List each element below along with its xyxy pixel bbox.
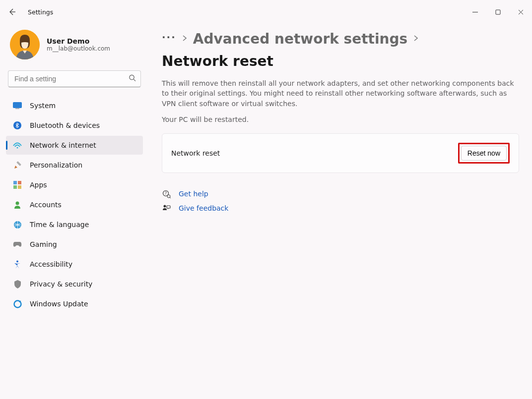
- sidebar-item-gaming[interactable]: Gaming: [6, 235, 143, 254]
- sidebar-item-update[interactable]: Windows Update: [6, 294, 143, 313]
- system-icon: [13, 101, 22, 110]
- minimize-button[interactable]: [464, 4, 486, 20]
- sidebar-item-privacy[interactable]: Privacy & security: [6, 275, 143, 293]
- avatar: [10, 30, 40, 59]
- search-wrap: [8, 70, 141, 87]
- svg-point-14: [16, 260, 18, 262]
- svg-rect-3: [13, 103, 22, 108]
- svg-rect-10: [13, 185, 17, 189]
- sidebar: User Demo m__lab@outlook.com System Bl: [0, 24, 149, 399]
- close-button[interactable]: [509, 4, 532, 20]
- sidebar-item-label: Time & language: [30, 221, 89, 228]
- personalization-icon: [13, 161, 22, 170]
- svg-rect-9: [18, 181, 21, 184]
- annotation-highlight: Reset now: [458, 143, 510, 164]
- feedback-icon: [162, 204, 171, 213]
- sidebar-item-label: Personalization: [30, 161, 82, 169]
- breadcrumb: ··· Advanced network settings Network re…: [162, 31, 519, 69]
- help-row: ? Get help: [162, 190, 519, 198]
- nav: System Bluetooth & devices Network & int…: [6, 96, 143, 313]
- network-reset-card: Network reset Reset now: [162, 133, 519, 173]
- window-controls: [464, 4, 532, 20]
- get-help-link[interactable]: Get help: [179, 190, 208, 198]
- svg-point-19: [163, 205, 166, 207]
- svg-point-6: [17, 147, 18, 149]
- bluetooth-icon: [13, 121, 22, 130]
- feedback-row: Give feedback: [162, 204, 519, 213]
- sidebar-item-accounts[interactable]: Accounts: [6, 195, 143, 214]
- gaming-icon: [13, 240, 22, 249]
- sidebar-item-label: Accounts: [30, 201, 62, 209]
- sidebar-item-accessibility[interactable]: Accessibility: [6, 255, 143, 274]
- chevron-right-icon: [413, 35, 418, 43]
- restart-note: Your PC will be restarted.: [162, 115, 519, 123]
- page-title: Network reset: [162, 53, 273, 69]
- sidebar-item-label: Network & internet: [30, 141, 96, 149]
- chevron-right-icon: [182, 35, 187, 43]
- svg-point-2: [130, 75, 134, 79]
- sidebar-item-personalization[interactable]: Personalization: [6, 156, 143, 174]
- svg-rect-11: [18, 185, 21, 189]
- main-content: ··· Advanced network settings Network re…: [149, 24, 532, 399]
- accounts-icon: [13, 200, 22, 209]
- help-icon: ?: [162, 190, 171, 198]
- svg-rect-20: [167, 206, 170, 208]
- app-title: Settings: [28, 8, 53, 16]
- accessibility-icon: [13, 260, 22, 269]
- give-feedback-link[interactable]: Give feedback: [179, 204, 228, 212]
- profile-email: m__lab@outlook.com: [47, 45, 110, 52]
- sidebar-item-label: System: [30, 102, 56, 110]
- reset-now-button[interactable]: Reset now: [461, 146, 507, 161]
- search-icon: [129, 74, 136, 84]
- back-button[interactable]: [4, 4, 20, 20]
- card-label: Network reset: [171, 149, 220, 157]
- svg-point-5: [13, 121, 21, 129]
- titlebar: Settings: [0, 0, 532, 24]
- sidebar-item-system[interactable]: System: [6, 96, 143, 115]
- apps-icon: [13, 180, 22, 189]
- sidebar-item-label: Privacy & security: [30, 280, 92, 288]
- sidebar-item-bluetooth[interactable]: Bluetooth & devices: [6, 116, 143, 135]
- search-input[interactable]: [8, 70, 141, 87]
- time-icon: [13, 220, 22, 229]
- sidebar-item-label: Apps: [30, 181, 47, 189]
- profile-name: User Demo: [47, 37, 110, 45]
- svg-rect-7: [16, 161, 21, 166]
- sidebar-item-label: Bluetooth & devices: [30, 121, 100, 129]
- svg-text:?: ?: [164, 191, 166, 196]
- svg-rect-4: [15, 109, 19, 109]
- sidebar-item-label: Windows Update: [30, 300, 88, 308]
- breadcrumb-parent[interactable]: Advanced network settings: [193, 31, 407, 47]
- sidebar-item-label: Accessibility: [30, 260, 72, 268]
- maximize-button[interactable]: [486, 4, 509, 20]
- sidebar-item-apps[interactable]: Apps: [6, 175, 143, 194]
- svg-rect-8: [13, 181, 17, 184]
- svg-point-12: [16, 202, 19, 205]
- network-icon: [13, 141, 22, 150]
- sidebar-item-time[interactable]: Time & language: [6, 215, 143, 234]
- update-icon: [13, 299, 22, 308]
- svg-rect-0: [496, 10, 500, 14]
- shield-icon: [13, 280, 22, 288]
- sidebar-item-network[interactable]: Network & internet: [6, 136, 143, 155]
- sidebar-item-label: Gaming: [30, 240, 57, 248]
- breadcrumb-more-icon[interactable]: ···: [162, 35, 176, 44]
- description-text: This will remove then reinstall all your…: [162, 78, 519, 109]
- profile-block[interactable]: User Demo m__lab@outlook.com: [6, 27, 143, 68]
